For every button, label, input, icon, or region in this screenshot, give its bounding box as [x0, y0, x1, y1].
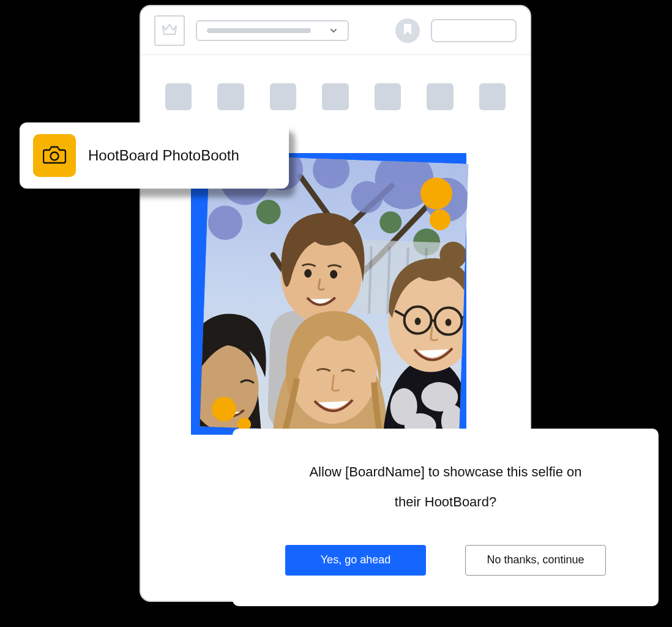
chevron-down-icon [329, 26, 338, 35]
decor-bubble [420, 178, 452, 209]
app-tile[interactable] [479, 83, 506, 110]
app-tile[interactable] [165, 83, 192, 110]
svg-point-33 [51, 152, 59, 160]
board-name-placeholder [207, 28, 311, 33]
app-tile[interactable] [427, 83, 453, 110]
photobooth-title: HootBoard PhotoBooth [88, 147, 239, 164]
app-tile[interactable] [322, 83, 348, 110]
app-tile[interactable] [375, 83, 401, 110]
bookmark-button[interactable] [395, 18, 420, 43]
yes-button[interactable]: Yes, go ahead [285, 545, 426, 576]
modal-text-line2: their HootBoard? [395, 493, 496, 512]
no-thanks-button[interactable]: No thanks, continue [465, 545, 606, 576]
camera-icon [43, 145, 66, 167]
header-action-button[interactable] [431, 19, 517, 42]
decor-bubble [430, 209, 450, 230]
modal-buttons: Yes, go ahead No thanks, continue [285, 545, 606, 576]
app-grid [141, 55, 530, 110]
app-tile[interactable] [270, 83, 296, 110]
photobooth-icon-box [33, 134, 76, 177]
crown-icon [162, 23, 177, 38]
bookmark-icon [403, 23, 413, 38]
board-selector[interactable] [196, 20, 349, 41]
phone-header [141, 6, 530, 55]
brand-logo[interactable] [154, 15, 185, 46]
photobooth-card[interactable]: HootBoard PhotoBooth [20, 122, 289, 189]
app-tile[interactable] [217, 83, 244, 110]
decor-bubble [212, 397, 236, 421]
consent-modal: Allow [BoardName] to showcase this selfi… [233, 429, 659, 606]
modal-text-line1: Allow [BoardName] to showcase this selfi… [309, 463, 581, 482]
